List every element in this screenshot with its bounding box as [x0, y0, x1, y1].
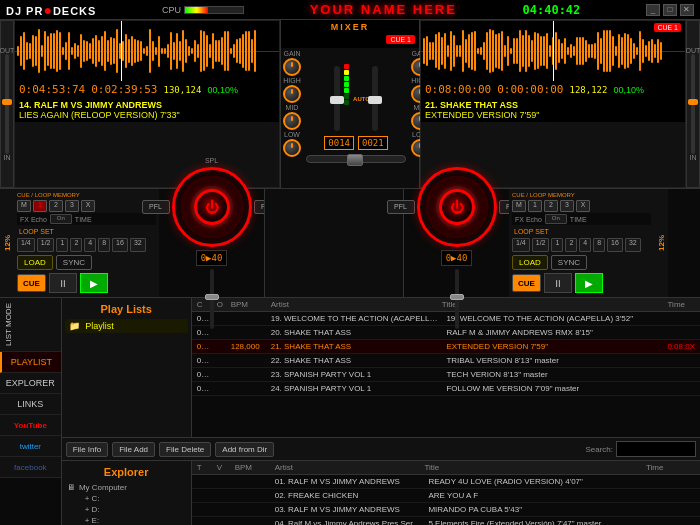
- play-btn-right[interactable]: ▶: [575, 273, 603, 293]
- gain-left-knob[interactable]: [283, 58, 301, 76]
- right-pitch-thumb: [688, 99, 698, 105]
- load-btn-left[interactable]: LOAD: [17, 255, 53, 270]
- tempo-fader-left[interactable]: [210, 269, 214, 329]
- playlist-btn[interactable]: PLAYLIST: [0, 352, 61, 373]
- volume-fader-right[interactable]: [372, 66, 378, 131]
- m3-btn-right[interactable]: 3: [560, 200, 574, 212]
- playlist-row-0[interactable]: 0019 19. WELCOME TO THE ACTION (ACAPELLA…: [192, 312, 700, 326]
- crossfader-thumb: [347, 154, 363, 166]
- right-pitch-slider[interactable]: OUT IN: [686, 20, 700, 188]
- volume-fader-left[interactable]: [334, 66, 340, 131]
- youtube-label: YouTube: [14, 421, 47, 430]
- m-btn-left[interactable]: M: [17, 200, 31, 212]
- cue1-indicator: CUE 1: [386, 35, 415, 44]
- m2-btn-left[interactable]: 2: [49, 200, 63, 212]
- left-power-button[interactable]: ⏻: [194, 189, 230, 225]
- crossfader[interactable]: [306, 155, 406, 163]
- loop-1-2[interactable]: 1/2: [37, 238, 55, 252]
- playlist-row-3[interactable]: 0022 22. SHAKE THAT ASS TRIBAL VERSION 8…: [192, 354, 700, 368]
- tree-item-E:[interactable]: + E:: [75, 515, 188, 525]
- right-waveform: [421, 21, 685, 81]
- tree-item-D:[interactable]: + D:: [75, 504, 188, 515]
- cue-btn-right[interactable]: CUE: [512, 274, 541, 292]
- loop-4[interactable]: 4: [84, 238, 96, 252]
- play-btn-left[interactable]: ▶: [80, 273, 108, 293]
- close-button[interactable]: ✕: [680, 4, 694, 16]
- add-from-dir-btn[interactable]: Add from Dir: [215, 442, 274, 457]
- high-left-knob[interactable]: [283, 85, 301, 103]
- tree-item-C:[interactable]: + C:: [75, 493, 188, 504]
- file-add-btn[interactable]: File Add: [112, 442, 155, 457]
- loop-1-4[interactable]: 1/4: [17, 238, 35, 252]
- rloop-1[interactable]: 1: [551, 238, 563, 252]
- left-turntable[interactable]: ⏻: [172, 167, 252, 247]
- sync-btn-left[interactable]: SYNC: [56, 255, 92, 270]
- right-power-button[interactable]: ⏻: [439, 189, 475, 225]
- links-btn[interactable]: LINKS: [0, 394, 61, 415]
- left-pitch-track[interactable]: [5, 54, 9, 154]
- rloop-1-2[interactable]: 1/2: [532, 238, 550, 252]
- playlist-item-default[interactable]: 📁 Playlist: [65, 319, 188, 333]
- pfl-btn-left[interactable]: PFL: [142, 200, 170, 214]
- rloop-16[interactable]: 16: [607, 238, 623, 252]
- sync-btn-right[interactable]: SYNC: [551, 255, 587, 270]
- fx-toggle-right[interactable]: On: [545, 214, 567, 224]
- right-turntable[interactable]: ⏻: [417, 167, 497, 247]
- explorer-row-3[interactable]: 04. Ralf M vs Jimmy Andrews Pres Sergio …: [192, 517, 700, 525]
- explorer-row-2[interactable]: 03. RALF M VS JIMMY ANDREWS MIRANDO PA C…: [192, 503, 700, 517]
- file-info-btn[interactable]: File Info: [66, 442, 108, 457]
- explorer-body[interactable]: 01. RALF M VS JIMMY ANDREWS READY 4U LOV…: [192, 475, 700, 525]
- cue-btn-left[interactable]: CUE: [17, 274, 46, 292]
- counter-right: 0021: [358, 136, 388, 150]
- explorer-row-1[interactable]: 02. FREAKE CHICKEN ARE YOU A F: [192, 489, 700, 503]
- right-pitch-track[interactable]: [691, 54, 695, 154]
- explorer-btn[interactable]: EXPLORER: [0, 373, 61, 394]
- loop-16[interactable]: 16: [112, 238, 128, 252]
- rloop-8[interactable]: 8: [593, 238, 605, 252]
- playlist-body[interactable]: 0019 19. WELCOME TO THE ACTION (ACAPELLA…: [192, 312, 700, 437]
- low-left-knob[interactable]: [283, 139, 301, 157]
- mx-btn-right[interactable]: X: [576, 200, 590, 212]
- fx-toggle-left[interactable]: On: [50, 214, 72, 224]
- rloop-2[interactable]: 2: [565, 238, 577, 252]
- search-input[interactable]: [616, 441, 696, 457]
- loop-8[interactable]: 8: [98, 238, 110, 252]
- pause-btn-right[interactable]: ⏸: [544, 273, 572, 293]
- rloop-1-4[interactable]: 1/4: [512, 238, 530, 252]
- tempo-track-left[interactable]: [210, 269, 214, 329]
- left-pitch-slider[interactable]: OUT IN: [0, 20, 14, 188]
- m2-btn-right[interactable]: 2: [544, 200, 558, 212]
- file-delete-btn[interactable]: File Delete: [159, 442, 211, 457]
- mx-btn-left[interactable]: X: [81, 200, 95, 212]
- minimize-button[interactable]: _: [646, 4, 660, 16]
- m3-btn-left[interactable]: 3: [65, 200, 79, 212]
- explorer-row-0[interactable]: 01. RALF M VS JIMMY ANDREWS READY 4U LOV…: [192, 475, 700, 489]
- twitter-btn[interactable]: twitter: [0, 436, 61, 457]
- right-remaining: 0:00:00:00: [497, 83, 563, 96]
- playlist-row-2[interactable]: 0021 128,000 21. SHAKE THAT ASS EXTENDED…: [192, 340, 700, 354]
- tree-root[interactable]: 🖥 My Computer: [65, 482, 188, 493]
- pause-btn-left[interactable]: ⏸: [49, 273, 77, 293]
- list-mode-btn[interactable]: LIST MODE: [0, 298, 61, 352]
- youtube-btn[interactable]: YouTube: [0, 415, 61, 436]
- cpu-bar-fill: [185, 7, 208, 13]
- loop-2[interactable]: 2: [70, 238, 82, 252]
- left-sidebar: LIST MODE PLAYLIST EXPLORER LINKS YouTub…: [0, 298, 62, 525]
- rloop-4[interactable]: 4: [579, 238, 591, 252]
- pfl-btn-right[interactable]: PFL: [387, 200, 415, 214]
- load-btn-right[interactable]: LOAD: [512, 255, 548, 270]
- playlist-row-4[interactable]: 0023 23. SPANISH PARTY VOL 1 TECH VERION…: [192, 368, 700, 382]
- m1-btn-left[interactable]: 1: [33, 200, 47, 212]
- tempo-track-right[interactable]: [455, 269, 459, 329]
- facebook-btn[interactable]: facebook: [0, 457, 61, 478]
- mid-left-knob[interactable]: [283, 112, 301, 130]
- col-artist: Artist: [268, 300, 439, 309]
- tempo-fader-right[interactable]: [455, 269, 459, 329]
- loop-1[interactable]: 1: [56, 238, 68, 252]
- m1-btn-right[interactable]: 1: [528, 200, 542, 212]
- playlist-row-5[interactable]: 0024 24. SPANISH PARTY VOL 1 FOLLOW ME V…: [192, 382, 700, 396]
- restore-button[interactable]: □: [663, 4, 677, 16]
- m-btn-right[interactable]: M: [512, 200, 526, 212]
- playlist-row-1[interactable]: 0020 20. SHAKE THAT ASS RALF M & JIMMY A…: [192, 326, 700, 340]
- rloop-32[interactable]: 32: [625, 238, 641, 252]
